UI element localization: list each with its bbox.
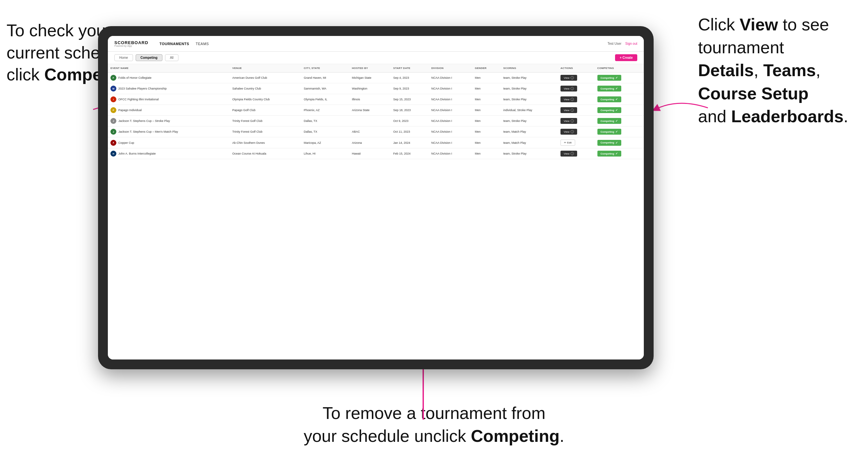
col-scoring: SCORING bbox=[501, 64, 558, 72]
gender-cell: Men bbox=[472, 137, 501, 148]
event-name: Jackson T. Stephens Cup – Men's Match Pl… bbox=[118, 130, 178, 133]
team-logo: J bbox=[111, 129, 116, 135]
scoring-cell: individual, Stroke Play bbox=[501, 105, 558, 116]
division-cell: NCAA Division I bbox=[429, 137, 472, 148]
competing-cell[interactable]: Competing ✓ bbox=[595, 137, 644, 148]
nav-links: TOURNAMENTS TEAMS bbox=[159, 42, 209, 46]
gender-cell: Men bbox=[472, 148, 501, 159]
competing-badge[interactable]: Competing ✓ bbox=[597, 86, 622, 92]
actions-cell[interactable]: View i bbox=[558, 83, 595, 94]
actions-cell[interactable]: View i bbox=[558, 72, 595, 83]
competing-cell[interactable]: Competing ✓ bbox=[595, 148, 644, 159]
gender-cell: Men bbox=[472, 116, 501, 126]
actions-cell[interactable]: View i bbox=[558, 94, 595, 105]
scoring-cell: team, Stroke Play bbox=[501, 83, 558, 94]
scoring-cell: team, Stroke Play bbox=[501, 116, 558, 126]
competing-cell[interactable]: Competing ✓ bbox=[595, 94, 644, 105]
tablet-screen: SCOREBOARD Powered by clipp TOURNAMENTS … bbox=[108, 36, 644, 360]
view-button[interactable]: View i bbox=[560, 151, 577, 157]
check-icon: ✓ bbox=[615, 130, 618, 133]
hosted-by-cell: Arizona bbox=[349, 137, 391, 148]
filter-bar: Home Competing All + Create bbox=[108, 52, 644, 64]
hosted-by-cell: Michigan State bbox=[349, 72, 391, 83]
nav-teams[interactable]: TEAMS bbox=[196, 42, 209, 46]
city-state-cell: Olympia Fields, IL bbox=[301, 94, 349, 105]
actions-cell[interactable]: ✏ Edit bbox=[558, 137, 595, 148]
division-cell: NCAA Division I bbox=[429, 148, 472, 159]
table-header-row: EVENT NAME VENUE CITY, STATE HOSTED BY S… bbox=[108, 64, 644, 72]
actions-cell[interactable]: View i bbox=[558, 148, 595, 159]
competing-cell[interactable]: Competing ✓ bbox=[595, 83, 644, 94]
check-icon: ✓ bbox=[615, 87, 618, 90]
view-button[interactable]: View i bbox=[560, 96, 577, 102]
event-name: OFCC Fighting Illini Invitational bbox=[118, 98, 159, 101]
filter-competing-button[interactable]: Competing bbox=[135, 54, 162, 61]
nav-tournaments[interactable]: TOURNAMENTS bbox=[159, 42, 189, 46]
view-button[interactable]: View i bbox=[560, 75, 577, 81]
competing-cell[interactable]: Competing ✓ bbox=[595, 105, 644, 116]
table-row: HJohn A. Burns IntercollegiateOcean Cour… bbox=[108, 148, 644, 159]
table-row: ACopper CupAk-Chin Southern DunesMaricop… bbox=[108, 137, 644, 148]
col-event-name: EVENT NAME bbox=[108, 64, 230, 72]
hosted-by-cell: Illinois bbox=[349, 94, 391, 105]
team-logo: P bbox=[111, 107, 116, 113]
event-name: Jackson T. Stephens Cup – Stroke Play bbox=[118, 119, 170, 123]
info-icon: i bbox=[570, 152, 574, 155]
gender-cell: Men bbox=[472, 83, 501, 94]
city-state-cell: Dallas, TX bbox=[301, 126, 349, 137]
view-button[interactable]: View i bbox=[560, 118, 577, 124]
competing-badge[interactable]: Competing ✓ bbox=[597, 129, 622, 135]
venue-cell: Olympia Fields Country Club bbox=[230, 94, 301, 105]
competing-badge[interactable]: Competing ✓ bbox=[597, 140, 622, 146]
team-logo: A bbox=[111, 140, 116, 146]
team-logo: F bbox=[111, 75, 116, 81]
competing-badge[interactable]: Competing ✓ bbox=[597, 118, 622, 124]
check-icon: ✓ bbox=[615, 119, 618, 123]
check-icon: ✓ bbox=[615, 98, 618, 101]
gender-cell: Men bbox=[472, 72, 501, 83]
competing-badge[interactable]: Competing ✓ bbox=[597, 96, 622, 102]
hosted-by-cell: Arizona State bbox=[349, 105, 391, 116]
scoring-cell: team, Match Play bbox=[501, 126, 558, 137]
filter-home-button[interactable]: Home bbox=[114, 54, 133, 61]
actions-cell[interactable]: View i bbox=[558, 105, 595, 116]
annotation-bottom: To remove a tournament from your schedul… bbox=[287, 402, 581, 447]
competing-cell[interactable]: Competing ✓ bbox=[595, 116, 644, 126]
edit-button[interactable]: ✏ Edit bbox=[560, 139, 575, 146]
team-logo: W bbox=[111, 86, 116, 92]
start-date-cell: Oct 9, 2023 bbox=[391, 116, 429, 126]
competing-cell[interactable]: Competing ✓ bbox=[595, 126, 644, 137]
event-name-cell: HJohn A. Burns Intercollegiate bbox=[108, 148, 230, 159]
view-button[interactable]: View i bbox=[560, 129, 577, 135]
event-name-cell: FFolds of Honor Collegiate bbox=[108, 72, 230, 83]
col-competing: COMPETING bbox=[595, 64, 644, 72]
filter-all-button[interactable]: All bbox=[165, 54, 179, 61]
gender-cell: Men bbox=[472, 94, 501, 105]
venue-cell: Ocean Course At Hokuala bbox=[230, 148, 301, 159]
scoring-cell: team, Stroke Play bbox=[501, 148, 558, 159]
view-button[interactable]: View i bbox=[560, 86, 577, 92]
hosted-by-cell bbox=[349, 116, 391, 126]
actions-cell[interactable]: View i bbox=[558, 126, 595, 137]
info-icon: i bbox=[570, 119, 574, 123]
sign-out-link[interactable]: Sign out bbox=[625, 42, 637, 45]
division-cell: NCAA Division I bbox=[429, 72, 472, 83]
info-icon: i bbox=[570, 130, 574, 133]
actions-cell[interactable]: View i bbox=[558, 116, 595, 126]
competing-badge[interactable]: Competing ✓ bbox=[597, 75, 622, 81]
view-button[interactable]: View i bbox=[560, 107, 577, 113]
table-row: JJackson T. Stephens Cup – Stroke PlayTr… bbox=[108, 116, 644, 126]
event-name-cell: W2023 Sahalee Players Championship bbox=[108, 83, 230, 94]
start-date-cell: Feb 15, 2024 bbox=[391, 148, 429, 159]
create-button[interactable]: + Create bbox=[615, 54, 637, 61]
competing-cell[interactable]: Competing ✓ bbox=[595, 72, 644, 83]
competing-badge[interactable]: Competing ✓ bbox=[597, 151, 622, 157]
division-cell: NCAA Division I bbox=[429, 126, 472, 137]
check-icon: ✓ bbox=[615, 76, 618, 80]
col-city-state: CITY, STATE bbox=[301, 64, 349, 72]
competing-badge[interactable]: Competing ✓ bbox=[597, 107, 622, 113]
col-start-date: START DATE bbox=[391, 64, 429, 72]
venue-cell: Sahalee Country Club bbox=[230, 83, 301, 94]
gender-cell: Men bbox=[472, 126, 501, 137]
event-name-cell: JJackson T. Stephens Cup – Men's Match P… bbox=[108, 126, 230, 137]
